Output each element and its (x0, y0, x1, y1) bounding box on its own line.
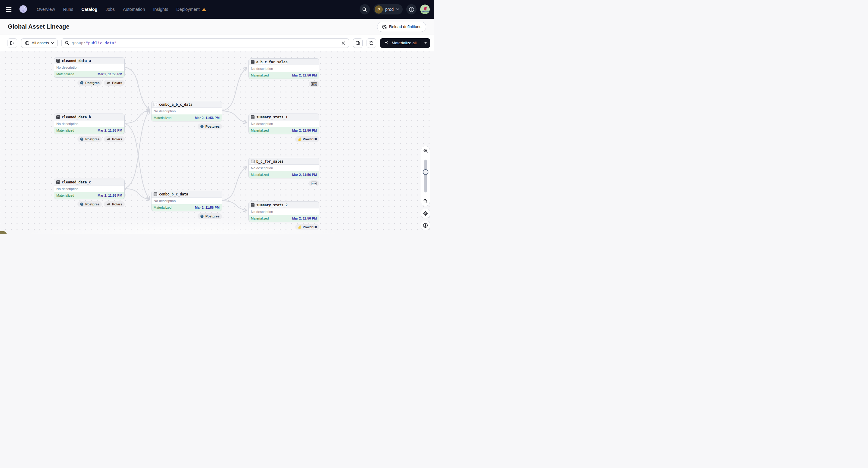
postgres-icon (80, 137, 84, 141)
zoom-slider-track[interactable] (424, 160, 427, 192)
asset-description: No description (249, 165, 319, 171)
zoom-slider[interactable] (421, 156, 430, 196)
asset-node-cleaned_data_a[interactable]: cleaned_data_a No description Materializ… (54, 57, 125, 86)
tag-powerbi[interactable]: Power BI (295, 224, 319, 230)
nav-item-label: Deployment (176, 7, 199, 12)
asset-node-a_b_c_for_sales[interactable]: a_b_c_for_sales No description Materiali… (248, 58, 319, 87)
table-icon (154, 192, 157, 196)
graph-settings-button[interactable] (421, 209, 430, 218)
nav-item-label: Automation (123, 7, 145, 12)
asset-scope-label: All assets (32, 41, 49, 45)
postgres-icon (80, 81, 84, 85)
materialize-options-button[interactable] (421, 38, 430, 48)
asset-node-combo_b_c_data[interactable]: combo_b_c_data No description Materializ… (151, 191, 222, 219)
edge-cleaned_data_b-to-combo_a_b_c_data (125, 110, 149, 123)
postgres-icon (200, 125, 204, 129)
asset-timestamp[interactable]: Mar 2, 11:56 PM (292, 129, 317, 132)
asset-timestamp[interactable]: Mar 2, 11:56 PM (195, 116, 220, 120)
nav-item-catalog[interactable]: Catalog (81, 7, 97, 12)
asset-timestamp[interactable]: Mar 2, 11:56 PM (292, 173, 317, 177)
postgres-icon (200, 214, 204, 218)
refresh-icon (369, 41, 374, 45)
nav-item-jobs[interactable]: Jobs (105, 7, 115, 12)
tag-postgres[interactable]: Postgres (78, 136, 102, 142)
asset-timestamp[interactable]: Mar 2, 11:56 PM (98, 194, 122, 197)
download-graph-button[interactable] (421, 221, 430, 230)
nav-item-automation[interactable]: Automation (123, 7, 145, 12)
chevron-down-icon (396, 8, 399, 10)
tag-polars[interactable]: Polars (104, 80, 125, 86)
asset-timestamp[interactable]: Mar 2, 11:56 PM (292, 73, 317, 77)
tag-csv[interactable]: csv (309, 180, 319, 186)
asset-status-bar: Materialized Mar 2, 11:56 PM (249, 215, 319, 222)
table-icon (251, 60, 254, 64)
asset-timestamp[interactable]: Mar 2, 11:56 PM (195, 206, 220, 209)
nav-item-insights[interactable]: Insights (153, 7, 168, 12)
chevron-down-icon (51, 42, 54, 44)
asset-timestamp[interactable]: Mar 2, 11:56 PM (98, 72, 122, 76)
materialize-all-button[interactable]: Materialize all (380, 38, 421, 48)
table-icon (56, 59, 60, 63)
refresh-graph-button[interactable] (367, 38, 376, 48)
reload-definitions-button[interactable]: Reload definitions (377, 22, 426, 32)
asset-node-combo_a_b_c_data[interactable]: combo_a_b_c_data No description Material… (151, 101, 222, 129)
tag-polars[interactable]: Polars (104, 136, 125, 142)
asset-node-cleaned_data_c[interactable]: cleaned_data_c No description Materializ… (54, 179, 125, 207)
nav-item-runs[interactable]: Runs (63, 7, 73, 12)
asset-node-b_c_for_sales[interactable]: b_c_for_sales No description Materialize… (248, 158, 319, 186)
tag-powerbi[interactable]: Power BI (295, 136, 319, 142)
asset-status: Materialized (56, 72, 74, 76)
tag-polars[interactable]: Polars (104, 201, 125, 207)
dagster-logo[interactable] (19, 5, 28, 14)
asset-scope-dropdown[interactable]: All assets (21, 38, 58, 48)
asset-timestamp[interactable]: Mar 2, 11:56 PM (98, 129, 122, 132)
zoom-in-button[interactable] (421, 146, 430, 156)
nav-item-label: Jobs (105, 7, 115, 12)
asset-tags: Power BI (248, 224, 319, 230)
nav-item-overview[interactable]: Overview (37, 7, 55, 12)
asset-name: combo_a_b_c_data (159, 102, 192, 106)
polars-icon (106, 81, 111, 84)
environment-switcher[interactable]: P prod (373, 4, 403, 14)
asset-timestamp[interactable]: Mar 2, 11:56 PM (292, 217, 317, 220)
zoom-slider-knob[interactable] (423, 169, 428, 175)
asset-node-summary_stats_2[interactable]: summary_stats_2 No description Materiali… (248, 201, 319, 230)
globe-icon (25, 41, 30, 45)
open-left-panel-button[interactable] (7, 38, 17, 48)
tag-csv[interactable]: csv (309, 81, 319, 87)
page-header: Global Asset Lineage Reload definitions (0, 19, 434, 35)
help-button[interactable] (406, 4, 416, 14)
tag-postgres[interactable]: Postgres (78, 80, 102, 86)
asset-tags: Postgres (151, 213, 222, 219)
nav-item-deployment[interactable]: Deployment (176, 7, 206, 12)
page-title: Global Asset Lineage (8, 23, 69, 30)
asset-node-cleaned_data_b[interactable]: cleaned_data_b No description Materializ… (54, 114, 125, 142)
tag-label: Postgres (85, 202, 99, 206)
environment-name: prod (385, 7, 394, 12)
lineage-toolbar: All assets group:"public_data" Materiali… (0, 35, 434, 51)
zoom-out-icon (423, 199, 428, 204)
asset-search-input[interactable]: group:"public_data" (61, 38, 349, 48)
globe-plus-icon (355, 41, 360, 45)
asset-status: Materialized (251, 73, 269, 77)
tag-postgres[interactable]: Postgres (197, 123, 222, 129)
new-asset-group-button[interactable] (353, 38, 363, 48)
hamburger-menu-icon[interactable] (5, 4, 16, 14)
asset-name: summary_stats_1 (256, 115, 288, 119)
zoom-out-button[interactable] (421, 196, 430, 206)
polars-icon (106, 203, 111, 206)
asset-name: b_c_for_sales (256, 159, 283, 163)
asset-description: No description (54, 64, 124, 71)
asset-node-summary_stats_1[interactable]: summary_stats_1 No description Materiali… (248, 114, 319, 142)
lineage-graph-canvas[interactable]: cleaned_data_a No description Materializ… (0, 51, 434, 234)
tag-postgres[interactable]: Postgres (197, 213, 222, 219)
asset-name: cleaned_data_a (62, 59, 91, 63)
search-button[interactable] (360, 4, 370, 14)
clear-search-icon[interactable] (341, 41, 346, 45)
nav-item-label: Catalog (81, 7, 97, 12)
table-icon (251, 115, 254, 119)
user-avatar[interactable] (420, 4, 430, 14)
tag-postgres[interactable]: Postgres (78, 201, 102, 207)
asset-status: Materialized (56, 129, 74, 132)
csv-icon: csv (311, 182, 317, 185)
